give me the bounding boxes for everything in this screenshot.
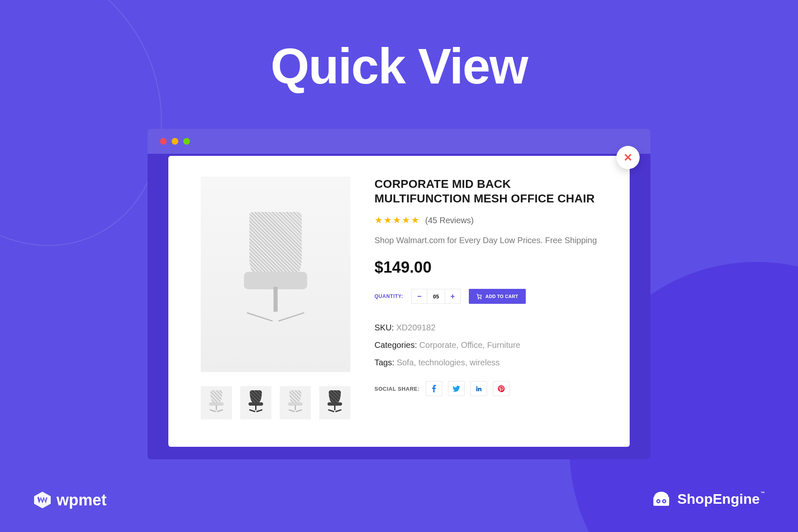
thumbnail-2[interactable] xyxy=(240,386,271,419)
twitter-icon xyxy=(453,386,460,392)
quantity-decrease-button[interactable]: − xyxy=(412,289,427,303)
categories-label: Categories: xyxy=(374,340,417,350)
add-to-cart-button[interactable]: ADD TO CART xyxy=(469,289,526,304)
svg-point-0 xyxy=(478,298,479,299)
traffic-light-zoom-icon[interactable] xyxy=(183,138,190,145)
svg-point-5 xyxy=(658,500,659,502)
svg-point-1 xyxy=(480,298,481,299)
quantity-value[interactable]: 05 xyxy=(427,289,445,303)
close-icon: ✕ xyxy=(623,151,633,164)
product-meta: SKU: XD209182 Categories: Corporate, Off… xyxy=(374,319,610,371)
meta-tags: Tags: Sofa, technologies, wireless xyxy=(374,354,610,371)
sku-value: XD209182 xyxy=(396,323,436,332)
thumbnail-4[interactable] xyxy=(319,386,350,419)
wpmet-logo-icon xyxy=(33,491,52,509)
shopengine-logo-icon xyxy=(651,488,672,509)
product-main-image[interactable] xyxy=(201,177,350,372)
cart-row: QUANTITY: − 05 + ADD TO CART xyxy=(374,289,610,304)
quantity-stepper: − 05 + xyxy=(411,289,461,304)
product-details: CORPORATE MID BACK MULTIFUNCTION MESH OF… xyxy=(374,177,610,431)
rating-stars-icon: ★★★★★ xyxy=(374,215,420,226)
traffic-light-minimize-icon[interactable] xyxy=(172,138,178,145)
share-twitter-button[interactable] xyxy=(448,381,465,396)
share-facebook-button[interactable] xyxy=(426,381,442,396)
chair-image-icon xyxy=(238,212,313,337)
product-gallery xyxy=(201,177,350,431)
tags-label: Tags: xyxy=(374,358,394,367)
add-to-cart-label: ADD TO CART xyxy=(485,294,518,299)
wpmet-logo-text: wpmet xyxy=(57,491,106,509)
chair-thumb-icon xyxy=(208,390,225,415)
linkedin-icon xyxy=(475,385,482,392)
quantity-label: QUANTITY: xyxy=(374,293,403,299)
product-price: $149.00 xyxy=(374,259,610,276)
product-description: Shop Walmart.com for Every Day Low Price… xyxy=(374,236,610,245)
quantity-increase-button[interactable]: + xyxy=(445,289,460,303)
shopengine-logo-text: ShopEngine™ xyxy=(677,491,765,507)
pinterest-icon xyxy=(498,385,505,392)
svg-point-6 xyxy=(663,500,665,502)
product-title: CORPORATE MID BACK MULTIFUNCTION MESH OF… xyxy=(374,177,610,206)
social-share-row: SOCIAL SHARE: xyxy=(374,381,610,396)
shopengine-logo[interactable]: ShopEngine™ xyxy=(651,488,765,509)
close-button[interactable]: ✕ xyxy=(616,146,640,169)
facebook-icon xyxy=(432,385,436,392)
meta-sku: SKU: XD209182 xyxy=(374,319,610,336)
chair-thumb-icon xyxy=(326,390,344,415)
svg-rect-2 xyxy=(653,497,669,506)
thumbnail-row xyxy=(201,386,350,419)
chair-thumb-icon xyxy=(247,390,265,415)
wpmet-logo[interactable]: wpmet xyxy=(33,491,106,509)
share-linkedin-button[interactable] xyxy=(470,381,487,396)
reviews-count[interactable]: (45 Reviews) xyxy=(425,216,474,225)
chair-thumb-icon xyxy=(287,390,304,415)
sku-label: SKU: xyxy=(374,323,394,332)
cart-icon xyxy=(476,293,482,299)
traffic-light-close-icon[interactable] xyxy=(160,138,167,145)
browser-titlebar xyxy=(148,129,650,154)
tags-value[interactable]: Sofa, technologies, wireless xyxy=(397,358,500,367)
categories-value[interactable]: Corporate, Office, Furniture xyxy=(419,340,520,350)
meta-categories: Categories: Corporate, Office, Furniture xyxy=(374,336,610,354)
rating-row: ★★★★★ (45 Reviews) xyxy=(374,215,610,226)
quick-view-modal: ✕ xyxy=(168,156,630,447)
thumbnail-1[interactable] xyxy=(201,386,232,419)
thumbnail-3[interactable] xyxy=(280,386,311,419)
page-title: Quick View xyxy=(0,37,798,95)
social-share-label: SOCIAL SHARE: xyxy=(374,386,420,392)
browser-window: ✕ xyxy=(148,129,650,459)
share-pinterest-button[interactable] xyxy=(493,381,510,396)
